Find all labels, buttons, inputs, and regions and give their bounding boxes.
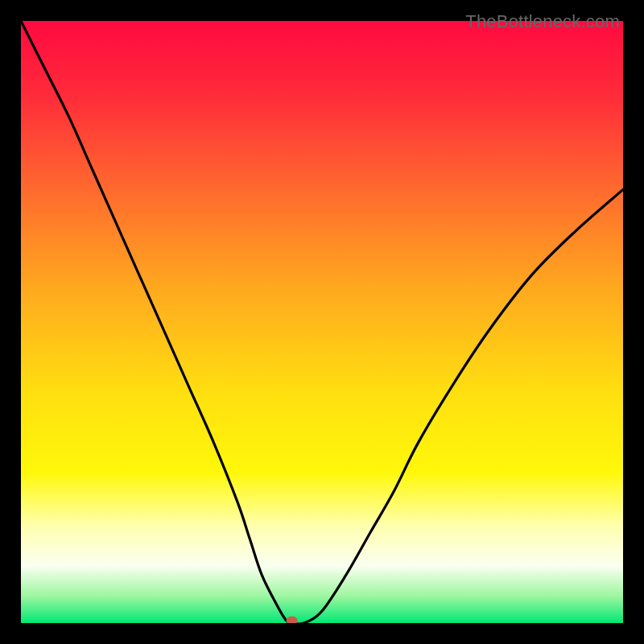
chart-plot-area: [21, 21, 623, 623]
chart-background: [21, 21, 623, 623]
watermark-text: TheBottleneck.com: [465, 11, 620, 32]
chart-frame: TheBottleneck.com: [10, 10, 634, 634]
chart-svg: [21, 21, 623, 623]
